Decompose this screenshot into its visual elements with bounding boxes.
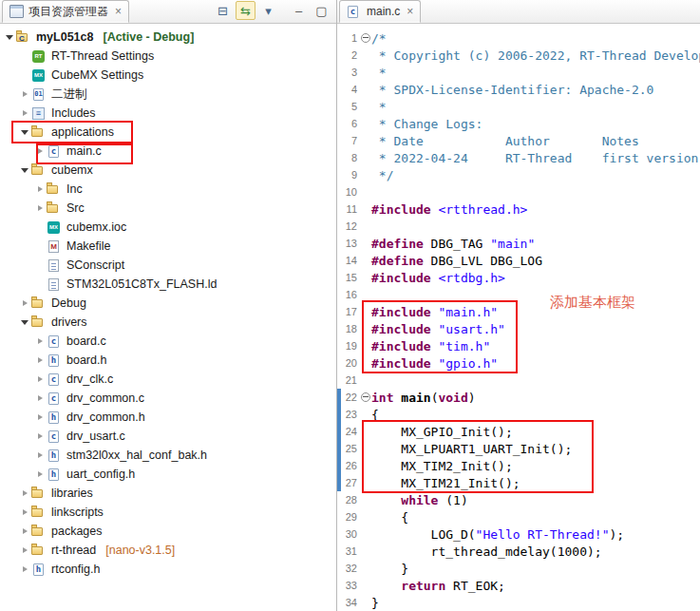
code-line[interactable]: 30 LOG_D("Hello RT-Thread!");: [337, 525, 700, 543]
tree-item[interactable]: MXcubemx.ioc: [0, 218, 336, 237]
code-line[interactable]: 18#include "usart.h": [337, 320, 700, 337]
code-line[interactable]: 5 *: [337, 98, 700, 115]
code-line[interactable]: 20#include "gpio.h": [337, 354, 700, 372]
code-line[interactable]: 1/*: [337, 29, 700, 47]
chevron-down-icon[interactable]: [19, 126, 30, 138]
chevron-right-icon[interactable]: [19, 297, 30, 309]
tree-item[interactable]: ≡Includes: [0, 104, 336, 123]
tree-item[interactable]: linkscripts: [0, 503, 336, 522]
tree-item[interactable]: cubemx: [0, 161, 336, 180]
chevron-right-icon[interactable]: [34, 354, 46, 366]
tree-item[interactable]: hstm32l0xx_hal_conf_bak.h: [0, 446, 336, 465]
code-line[interactable]: 31 rt_thread_mdelay(1000);: [337, 543, 700, 560]
code-line[interactable]: 34}: [337, 594, 700, 611]
tree-item[interactable]: SConscript: [0, 256, 336, 275]
chevron-right-icon[interactable]: [34, 468, 46, 480]
tree-item[interactable]: libraries: [0, 484, 336, 503]
tree-item[interactable]: MXCubeMX Settings: [0, 66, 336, 85]
code-line[interactable]: 7 * Date Author Notes: [337, 132, 700, 149]
chevron-down-icon[interactable]: [19, 164, 30, 176]
chevron-right-icon[interactable]: [34, 335, 46, 347]
chevron-right-icon[interactable]: [34, 430, 46, 442]
code-line[interactable]: 6 * Change Logs:: [337, 115, 700, 132]
tree-item[interactable]: MMakefile: [0, 237, 336, 256]
code-line[interactable]: 10: [337, 183, 700, 200]
tree-item[interactable]: hboard.h: [0, 351, 336, 370]
code-line[interactable]: 3 *: [337, 64, 700, 81]
code-line[interactable]: 24 MX_GPIO_Init();: [337, 423, 700, 440]
tree-item[interactable]: Inc: [0, 180, 336, 199]
chevron-right-icon[interactable]: [19, 544, 30, 556]
code-line[interactable]: 15#include <rtdbg.h>: [337, 269, 700, 286]
tree-item[interactable]: STM32L051C8Tx_FLASH.ld: [0, 275, 336, 294]
code-line[interactable]: 16: [337, 286, 700, 303]
code-line[interactable]: 8 * 2022-04-24 RT-Thread first version: [337, 149, 700, 166]
tree-item[interactable]: applications: [0, 123, 336, 142]
chevron-right-icon[interactable]: [19, 107, 30, 119]
code-line[interactable]: 25 MX_LPUART1_UART_Init();: [337, 440, 700, 457]
chevron-right-icon[interactable]: [34, 449, 46, 461]
chevron-right-icon[interactable]: [19, 88, 30, 100]
tree-item[interactable]: huart_config.h: [0, 465, 336, 484]
code-line[interactable]: 27 MX_TIM21_Init();: [337, 474, 700, 491]
tab-main-c[interactable]: c main.c ×: [339, 0, 421, 23]
chevron-right-icon[interactable]: [34, 373, 46, 385]
collapse-fold-icon[interactable]: [361, 392, 370, 402]
chevron-right-icon[interactable]: [19, 506, 30, 518]
code-editor[interactable]: 添加基本框架 1/*2 * Copyright (c) 2006-2022, R…: [337, 24, 700, 611]
code-line[interactable]: 13#define DBG_TAG "main": [337, 235, 700, 252]
code-line[interactable]: 19#include "tim.h": [337, 337, 700, 354]
tree-item[interactable]: 01二进制: [0, 85, 336, 104]
chevron-right-icon[interactable]: [19, 487, 30, 499]
code-line[interactable]: 14#define DBG_LVL DBG_LOG: [337, 252, 700, 269]
code-line[interactable]: 26 MX_TIM2_Init();: [337, 457, 700, 474]
code-line[interactable]: 29 {: [337, 508, 700, 525]
close-tab-icon[interactable]: ×: [115, 6, 122, 17]
code-line[interactable]: 4 * SPDX-License-Identifier: Apache-2.0: [337, 81, 700, 98]
chevron-right-icon[interactable]: [34, 202, 46, 214]
code-line[interactable]: 28 while (1): [337, 491, 700, 508]
close-tab-icon[interactable]: ×: [407, 6, 413, 17]
chevron-down-icon[interactable]: [19, 316, 30, 328]
view-menu-icon[interactable]: ▾: [258, 1, 278, 20]
code-line[interactable]: 33 return RT_EOK;: [337, 577, 700, 594]
tree-item[interactable]: cboard.c: [0, 332, 336, 351]
minimize-icon[interactable]: –: [289, 1, 309, 20]
chevron-right-icon[interactable]: [34, 183, 46, 195]
maximize-icon[interactable]: ▢: [312, 1, 331, 20]
chevron-down-icon[interactable]: [4, 31, 15, 43]
chevron-right-icon[interactable]: [19, 563, 30, 575]
tab-project-explorer[interactable]: 项目资源管理器 ×: [2, 0, 129, 23]
tree-item[interactable]: rt-thread[nano-v3.1.5]: [0, 541, 336, 560]
tree-item[interactable]: packages: [0, 522, 336, 541]
collapse-fold-icon[interactable]: [361, 33, 370, 43]
code-line[interactable]: 12: [337, 218, 700, 235]
tree-item[interactable]: cdrv_usart.c: [0, 427, 336, 446]
code-line[interactable]: 17#include "main.h": [337, 303, 700, 320]
code-line[interactable]: 9 */: [337, 166, 700, 183]
tree-item[interactable]: drivers: [0, 313, 336, 332]
tree-item[interactable]: RTRT-Thread Settings: [0, 47, 336, 66]
chevron-right-icon[interactable]: [34, 411, 46, 423]
folder-icon: [30, 315, 47, 330]
h-file-icon: h: [46, 467, 62, 482]
tree-item[interactable]: hdrv_common.h: [0, 408, 336, 427]
chevron-right-icon[interactable]: [34, 145, 46, 157]
link-with-editor-icon[interactable]: ⇆: [236, 1, 255, 20]
code-line[interactable]: 2 * Copyright (c) 2006-2022, RT-Thread D…: [337, 47, 700, 64]
tree-item[interactable]: cdrv_common.c: [0, 389, 336, 408]
code-line[interactable]: 21: [337, 372, 700, 389]
tree-item[interactable]: cdrv_clk.c: [0, 370, 336, 389]
collapse-all-icon[interactable]: ⊟: [213, 1, 233, 20]
chevron-right-icon[interactable]: [19, 525, 30, 537]
code-line[interactable]: 22int main(void): [337, 389, 700, 406]
code-line[interactable]: 11#include <rtthread.h>: [337, 200, 700, 218]
tree-item[interactable]: CmyL051c8[Active - Debug]: [0, 28, 336, 47]
tree-item[interactable]: hrtconfig.h: [0, 560, 336, 579]
code-line[interactable]: 32 }: [337, 560, 700, 577]
tree-item[interactable]: Debug: [0, 294, 336, 313]
code-line[interactable]: 23{: [337, 406, 700, 423]
tree-item[interactable]: cmain.c: [0, 142, 336, 161]
chevron-right-icon[interactable]: [34, 392, 46, 404]
tree-item[interactable]: Src: [0, 199, 336, 218]
